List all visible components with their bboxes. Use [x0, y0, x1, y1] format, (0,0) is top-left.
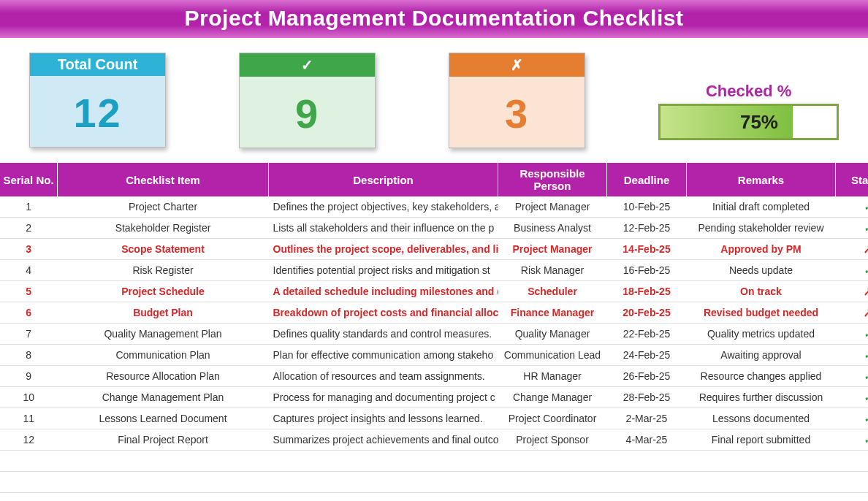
col-remarks[interactable]: Remarks [687, 163, 836, 196]
status-check-icon[interactable]: ✓ [836, 196, 869, 218]
cell-responsible[interactable]: HR Manager [498, 366, 607, 387]
table-row[interactable]: 5Project ScheduleA detailed schedule inc… [0, 281, 868, 302]
cell-responsible[interactable]: Project Sponsor [498, 429, 607, 451]
empty-cell[interactable] [836, 451, 869, 472]
status-check-icon[interactable]: ✓ [836, 408, 869, 429]
cell-description[interactable]: Process for managing and documenting pro… [269, 387, 498, 408]
cell-serial[interactable]: 4 [0, 260, 58, 281]
empty-cell[interactable] [836, 493, 869, 502]
col-description[interactable]: Description [269, 163, 498, 196]
cell-responsible[interactable]: Project Coordinator [498, 408, 607, 429]
empty-cell[interactable] [607, 472, 687, 493]
cell-serial[interactable]: 8 [0, 345, 58, 366]
empty-cell[interactable] [498, 493, 607, 502]
empty-cell[interactable] [687, 472, 836, 493]
cell-item[interactable]: Change Management Plan [58, 387, 269, 408]
status-check-icon[interactable]: ✓ [836, 366, 869, 387]
cell-remarks[interactable]: Quality metrics updated [687, 324, 836, 345]
empty-cell[interactable] [0, 472, 58, 493]
cell-deadline[interactable]: 26-Feb-25 [607, 366, 687, 387]
cell-responsible[interactable]: Quality Manager [498, 324, 607, 345]
empty-cell[interactable] [0, 451, 58, 472]
status-check-icon[interactable]: ✓ [836, 260, 869, 281]
cell-deadline[interactable]: 24-Feb-25 [607, 345, 687, 366]
cell-item[interactable]: Final Project Report [58, 429, 269, 451]
cell-deadline[interactable]: 18-Feb-25 [607, 281, 687, 302]
cell-deadline[interactable]: 22-Feb-25 [607, 324, 687, 345]
table-row[interactable]: 8Communication PlanPlan for effective co… [0, 345, 868, 366]
empty-cell[interactable] [58, 472, 269, 493]
cell-serial[interactable]: 11 [0, 408, 58, 429]
empty-row[interactable] [0, 451, 868, 472]
cell-serial[interactable]: 12 [0, 429, 58, 451]
empty-cell[interactable] [269, 493, 498, 502]
table-row[interactable]: 2Stakeholder RegisterLists all stakehold… [0, 218, 868, 239]
cell-item[interactable]: Stakeholder Register [58, 218, 269, 239]
cell-deadline[interactable]: 2-Mar-25 [607, 408, 687, 429]
cell-serial[interactable]: 3 [0, 239, 58, 260]
empty-row[interactable] [0, 493, 868, 502]
empty-cell[interactable] [687, 493, 836, 502]
cell-responsible[interactable]: Risk Manager [498, 260, 607, 281]
cell-description[interactable]: Summarizes project achievements and fina… [269, 429, 498, 451]
col-deadline[interactable]: Deadline [607, 163, 687, 196]
cell-responsible[interactable]: Communication Lead [498, 345, 607, 366]
cell-item[interactable]: Lessons Learned Document [58, 408, 269, 429]
cell-remarks[interactable]: On track [687, 281, 836, 302]
cell-remarks[interactable]: Pending stakeholder review [687, 218, 836, 239]
cell-remarks[interactable]: Final report submitted [687, 429, 836, 451]
cell-responsible[interactable]: Change Manager [498, 387, 607, 408]
cell-remarks[interactable]: Lessons documented [687, 408, 836, 429]
cell-responsible[interactable]: Project Manager [498, 196, 607, 218]
cell-serial[interactable]: 2 [0, 218, 58, 239]
cell-responsible[interactable]: Business Analyst [498, 218, 607, 239]
status-cross-icon[interactable]: ✗ [836, 281, 869, 302]
cell-item[interactable]: Budget Plan [58, 302, 269, 324]
table-row[interactable]: 12Final Project ReportSummarizes project… [0, 429, 868, 451]
cell-remarks[interactable]: Awaiting approval [687, 345, 836, 366]
status-check-icon[interactable]: ✓ [836, 387, 869, 408]
cell-deadline[interactable]: 14-Feb-25 [607, 239, 687, 260]
cell-serial[interactable]: 6 [0, 302, 58, 324]
cell-description[interactable]: Captures project insights and lessons le… [269, 408, 498, 429]
status-cross-icon[interactable]: ✗ [836, 302, 869, 324]
cell-description[interactable]: A detailed schedule including milestones… [269, 281, 498, 302]
table-row[interactable]: 1Project CharterDefines the project obje… [0, 196, 868, 218]
cell-item[interactable]: Project Schedule [58, 281, 269, 302]
empty-cell[interactable] [498, 451, 607, 472]
cell-description[interactable]: Allocation of resources and team assignm… [269, 366, 498, 387]
empty-cell[interactable] [58, 493, 269, 502]
status-check-icon[interactable]: ✓ [836, 218, 869, 239]
table-row[interactable]: 9Resource Allocation PlanAllocation of r… [0, 366, 868, 387]
cell-deadline[interactable]: 12-Feb-25 [607, 218, 687, 239]
cell-remarks[interactable]: Approved by PM [687, 239, 836, 260]
table-row[interactable]: 10Change Management PlanProcess for mana… [0, 387, 868, 408]
status-cross-icon[interactable]: ✗ [836, 239, 869, 260]
cell-serial[interactable]: 10 [0, 387, 58, 408]
cell-description[interactable]: Defines quality standards and control me… [269, 324, 498, 345]
cell-deadline[interactable]: 28-Feb-25 [607, 387, 687, 408]
cell-description[interactable]: Defines the project objectives, key stak… [269, 196, 498, 218]
cell-remarks[interactable]: Initial draft completed [687, 196, 836, 218]
cell-serial[interactable]: 5 [0, 281, 58, 302]
table-row[interactable]: 7Quality Management PlanDefines quality … [0, 324, 868, 345]
cell-description[interactable]: Identifies potential project risks and m… [269, 260, 498, 281]
empty-cell[interactable] [607, 451, 687, 472]
empty-cell[interactable] [498, 472, 607, 493]
cell-remarks[interactable]: Requires further discussion [687, 387, 836, 408]
cell-deadline[interactable]: 16-Feb-25 [607, 260, 687, 281]
cell-description[interactable]: Outlines the project scope, deliverables… [269, 239, 498, 260]
cell-item[interactable]: Risk Register [58, 260, 269, 281]
cell-description[interactable]: Breakdown of project costs and financial… [269, 302, 498, 324]
empty-cell[interactable] [687, 451, 836, 472]
status-check-icon[interactable]: ✓ [836, 324, 869, 345]
cell-responsible[interactable]: Finance Manager [498, 302, 607, 324]
empty-cell[interactable] [269, 451, 498, 472]
empty-cell[interactable] [269, 472, 498, 493]
cell-description[interactable]: Lists all stakeholders and their influen… [269, 218, 498, 239]
cell-responsible[interactable]: Project Manager [498, 239, 607, 260]
col-responsible[interactable]: Responsible Person [498, 163, 607, 196]
col-status[interactable]: Status [836, 163, 869, 196]
cell-remarks[interactable]: Revised budget needed [687, 302, 836, 324]
cell-remarks[interactable]: Resource changes applied [687, 366, 836, 387]
